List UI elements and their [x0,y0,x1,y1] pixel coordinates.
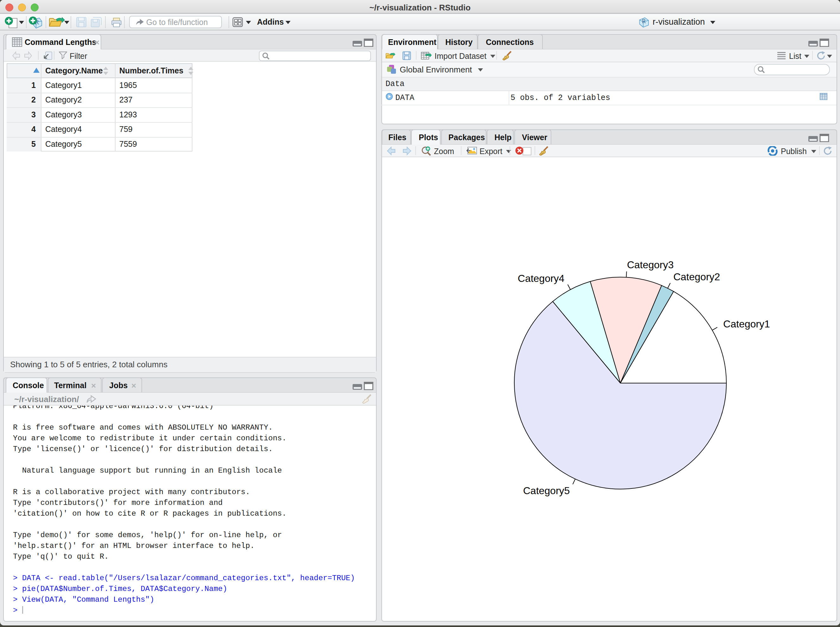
svg-text:Category4: Category4 [518,273,565,284]
svg-text:Category2: Category2 [673,271,720,282]
svg-text:Category3: Category3 [627,259,674,271]
svg-text:Category1: Category1 [723,318,770,330]
svg-text:R: R [642,18,646,24]
svg-text:Category5: Category5 [523,485,570,496]
